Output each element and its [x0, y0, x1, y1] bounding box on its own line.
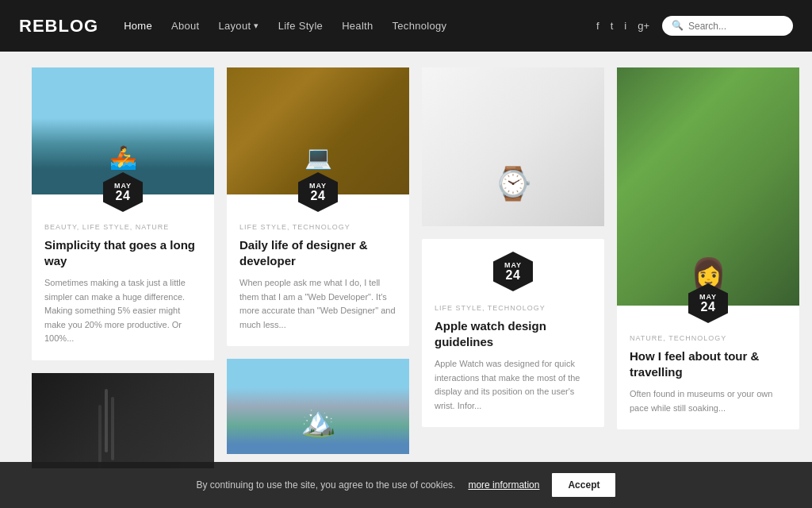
card-watch-top [422, 67, 604, 226]
card-4: MAY 24 NATURE, TECHNOLOGY How I feel abo… [617, 67, 799, 429]
social-instagram[interactable]: i [624, 20, 626, 32]
card-4-excerpt: Often found in museums or your own pace … [630, 387, 787, 415]
card-mountains-image [227, 359, 409, 454]
card-1-title[interactable]: Simplicity that goes a long way [44, 237, 201, 268]
card-4-tags: NATURE, TECHNOLOGY [630, 334, 787, 342]
card-3-day: 24 [506, 269, 521, 282]
search-box[interactable]: 🔍 [662, 16, 793, 36]
card-1-body: BEAUTY, LIFE STYLE, NATURE Simplicity th… [32, 194, 214, 360]
card-2-image-wrapper: MAY 24 [227, 67, 409, 194]
social-links: f t i g+ [596, 20, 649, 32]
card-4-image-wrapper: MAY 24 [617, 67, 799, 306]
column-3: MAY 24 LIFE STYLE, TECHNOLOGY Apple watc… [422, 67, 604, 427]
card-3-body: LIFE STYLE, TECHNOLOGY Apple watch desig… [422, 298, 604, 427]
column-4: MAY 24 NATURE, TECHNOLOGY How I feel abo… [617, 67, 799, 429]
nav-health[interactable]: Health [342, 20, 373, 32]
social-gplus[interactable]: g+ [638, 20, 649, 32]
card-4-title[interactable]: How I feel about tour & travelling [630, 348, 787, 379]
card-3-excerpt: Apple Watch was designed for quick inter… [435, 357, 592, 413]
nav-layout[interactable]: Layout [219, 20, 259, 32]
main-content: MAY 24 BEAUTY, LIFE STYLE, NATURE Simpli… [0, 52, 812, 484]
cookie-banner: By continuing to use the site, you agree… [0, 462, 812, 484]
social-facebook[interactable]: f [596, 20, 599, 32]
search-icon: 🔍 [672, 20, 684, 32]
card-3-image-wrapper: MAY 24 [422, 252, 604, 291]
card-smoke [32, 373, 214, 468]
card-smoke-image [32, 373, 214, 468]
social-twitter[interactable]: t [611, 20, 614, 32]
nav-home[interactable]: Home [124, 20, 152, 32]
column-1: MAY 24 BEAUTY, LIFE STYLE, NATURE Simpli… [32, 67, 214, 468]
card-watch-image-top [422, 67, 604, 226]
cookie-accept-button[interactable]: Accept [552, 473, 615, 484]
card-4-image [617, 67, 799, 306]
card-2-tags: LIFE STYLE, TECHNOLOGY [239, 223, 396, 231]
card-3-tags: LIFE STYLE, TECHNOLOGY [435, 304, 592, 312]
card-3-date: MAY 24 [493, 252, 533, 291]
card-2-body: LIFE STYLE, TECHNOLOGY Daily life of des… [227, 194, 409, 346]
nav-links: Home About Layout Life Style Health Tech… [124, 20, 596, 33]
card-mountains [227, 359, 409, 454]
card-1-excerpt: Sometimes making a task just a little si… [44, 276, 201, 346]
cards-grid: MAY 24 BEAUTY, LIFE STYLE, NATURE Simpli… [32, 67, 780, 468]
logo[interactable]: REBLOG [19, 16, 98, 37]
card-2-title[interactable]: Daily life of designer & developer [239, 237, 396, 268]
card-1-day: 24 [116, 190, 131, 202]
card-2-day: 24 [311, 190, 326, 202]
nav-lifestyle[interactable]: Life Style [278, 20, 323, 32]
nav-technology[interactable]: Technology [393, 20, 447, 32]
card-2-excerpt: When people ask me what I do, I tell the… [239, 276, 396, 332]
column-2: MAY 24 LIFE STYLE, TECHNOLOGY Daily life… [227, 67, 409, 454]
search-input[interactable] [688, 21, 783, 32]
card-4-body: NATURE, TECHNOLOGY How I feel about tour… [617, 306, 799, 429]
card-3: MAY 24 LIFE STYLE, TECHNOLOGY Apple watc… [422, 239, 604, 427]
nav-about[interactable]: About [171, 20, 199, 32]
cookie-more-info[interactable]: more information [468, 479, 539, 484]
card-1-tags: BEAUTY, LIFE STYLE, NATURE [44, 223, 201, 231]
navigation: REBLOG Home About Layout Life Style Heal… [0, 0, 812, 52]
card-1: MAY 24 BEAUTY, LIFE STYLE, NATURE Simpli… [32, 67, 214, 360]
card-1-image-wrapper: MAY 24 [32, 67, 214, 194]
card-3-title[interactable]: Apple watch design guidelines [435, 318, 592, 349]
cookie-text: By continuing to use the site, you agree… [197, 479, 456, 484]
card-2: MAY 24 LIFE STYLE, TECHNOLOGY Daily life… [227, 67, 409, 346]
card-4-day: 24 [701, 301, 716, 314]
